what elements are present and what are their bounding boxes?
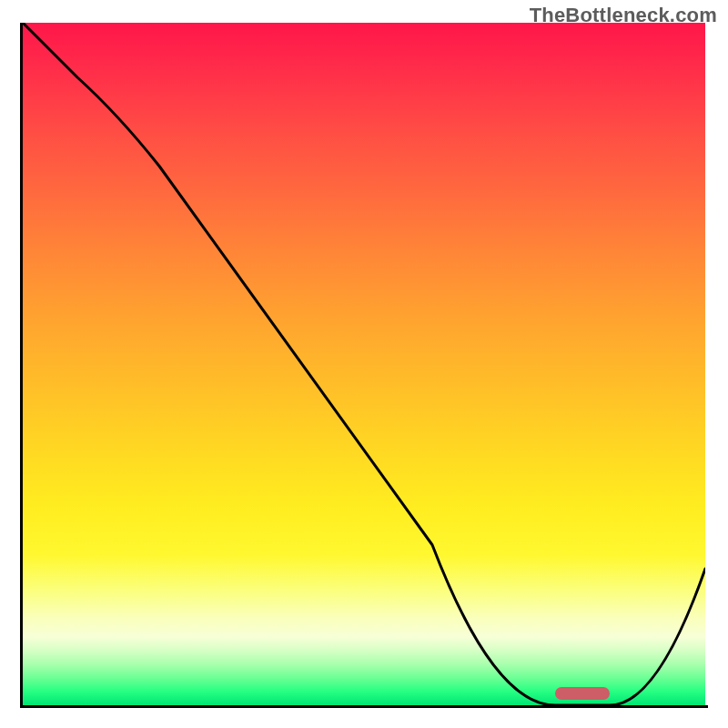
bottleneck-curve xyxy=(23,23,705,705)
optimal-range-marker xyxy=(555,687,610,700)
x-axis xyxy=(20,705,708,708)
watermark-text: TheBottleneck.com xyxy=(530,4,717,27)
plot-area xyxy=(23,23,705,705)
chart-root: TheBottleneck.com xyxy=(0,0,728,728)
curve-path xyxy=(23,23,705,705)
y-axis xyxy=(20,23,23,708)
